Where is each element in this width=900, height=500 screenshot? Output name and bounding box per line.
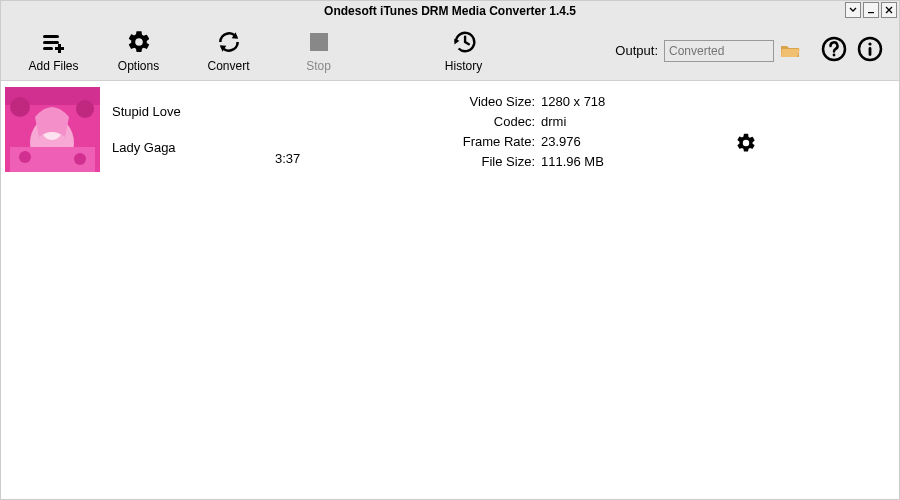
gear-icon [735, 132, 757, 154]
toolbar: Add Files Options Convert Stop [1, 21, 899, 81]
item-duration: 3:37 [275, 151, 445, 166]
svg-rect-0 [868, 12, 874, 13]
options-label: Options [118, 59, 159, 73]
svg-rect-3 [43, 47, 53, 50]
svg-rect-2 [43, 41, 59, 44]
file-size-label: File Size: [445, 154, 535, 169]
title-artist-column: Stupid Love Lady Gaga [100, 87, 275, 172]
frame-rate-label: Frame Rate: [445, 134, 535, 149]
content-area: Stupid Love Lady Gaga 3:37 Video Size: 1… [1, 81, 899, 499]
svg-rect-11 [869, 47, 872, 56]
thumbnail [5, 87, 100, 172]
svg-point-14 [10, 97, 30, 117]
options-button[interactable]: Options [96, 21, 181, 81]
item-artist: Lady Gaga [112, 140, 275, 155]
frame-rate-value: 23.976 [535, 134, 581, 149]
svg-rect-6 [310, 33, 328, 51]
media-item-row[interactable]: Stupid Love Lady Gaga 3:37 Video Size: 1… [1, 81, 899, 178]
svg-rect-1 [43, 35, 59, 38]
svg-point-8 [833, 54, 836, 57]
history-label: History [445, 59, 482, 73]
convert-label: Convert [207, 59, 249, 73]
title-bar: Ondesoft iTunes DRM Media Converter 1.4.… [1, 1, 899, 21]
minimize-window-button[interactable] [863, 2, 879, 18]
help-button[interactable] [820, 35, 848, 66]
info-button[interactable] [856, 35, 884, 66]
convert-button[interactable]: Convert [181, 21, 276, 81]
add-files-icon [41, 29, 67, 55]
history-button[interactable]: History [421, 21, 506, 81]
codec-value: drmi [535, 114, 566, 129]
add-files-button[interactable]: Add Files [11, 21, 96, 81]
svg-rect-5 [55, 47, 64, 50]
output-area: Output: [615, 40, 800, 62]
output-path-input[interactable] [664, 40, 774, 62]
item-settings-button[interactable] [735, 87, 757, 172]
convert-icon [216, 29, 242, 55]
video-size-value: 1280 x 718 [535, 94, 605, 109]
window-controls [845, 2, 897, 18]
duration-column: 3:37 [275, 87, 445, 172]
gear-icon [126, 29, 152, 55]
metadata-column: Video Size: 1280 x 718 Codec: drmi Frame… [445, 87, 735, 172]
history-icon [451, 29, 477, 55]
add-files-label: Add Files [28, 59, 78, 73]
close-window-button[interactable] [881, 2, 897, 18]
codec-label: Codec: [445, 114, 535, 129]
right-icons [820, 35, 884, 66]
item-title: Stupid Love [112, 104, 275, 119]
output-label: Output: [615, 43, 658, 58]
video-size-label: Video Size: [445, 94, 535, 109]
svg-point-15 [76, 100, 94, 118]
svg-point-21 [19, 151, 31, 163]
svg-point-10 [868, 42, 871, 45]
dropdown-window-button[interactable] [845, 2, 861, 18]
window-title: Ondesoft iTunes DRM Media Converter 1.4.… [324, 4, 576, 18]
stop-icon [309, 29, 329, 55]
stop-button[interactable]: Stop [276, 21, 361, 81]
svg-point-22 [74, 153, 86, 165]
stop-label: Stop [306, 59, 331, 73]
file-size-value: 111.96 MB [535, 154, 604, 169]
browse-folder-button[interactable] [780, 43, 800, 59]
